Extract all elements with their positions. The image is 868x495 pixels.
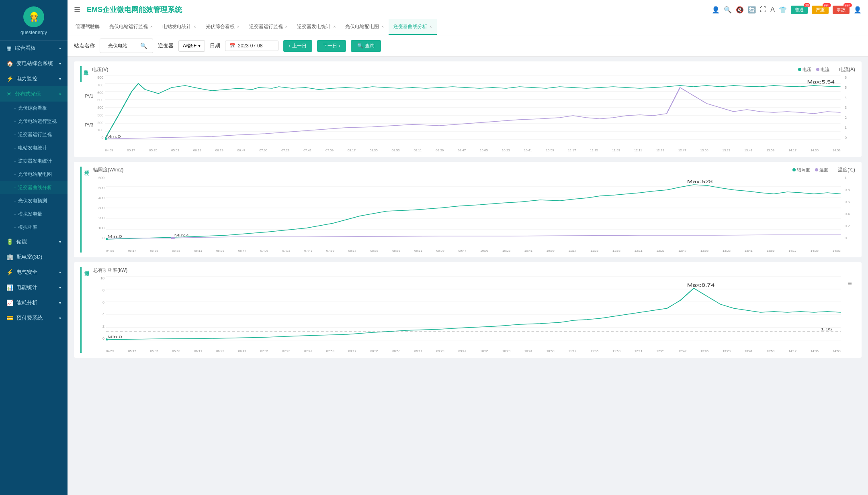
app-title: EMS企业微电网能效管理系统 (87, 5, 182, 14)
tab-label-station-gen-stats: 电站发电统计 (162, 23, 191, 30)
topbar: ☰ EMS企业微电网能效管理系统 👤 🔍 🔇 🔄 ⛶ A 👕 普通 38 严重 … (68, 0, 868, 19)
search-icon[interactable]: 🔍 (724, 6, 732, 14)
sidebar-logo: 👷 guestenergy (0, 0, 68, 41)
sidebar-item-storage[interactable]: 🔋 储能 ▾ (0, 234, 68, 249)
prev-day-btn[interactable]: ‹ 上一日 (283, 40, 312, 52)
user-icon[interactable]: 👤 (712, 6, 720, 14)
sidebar-item-electrical-safety[interactable]: ⚡ 电气安全 ▾ (0, 265, 68, 280)
svg-text:Max:5.54: Max:5.54 (807, 80, 835, 84)
station-label: 站点名称 (74, 42, 95, 49)
mute-icon[interactable]: 🔇 (736, 6, 744, 14)
tab-label-cockpit: 管理驾驶舱 (76, 23, 100, 30)
station-input-group: 🔍 (100, 39, 153, 53)
nav-tab-pv-station-monitor[interactable]: 光伏电站运行监视 × (104, 19, 158, 35)
hamburger-icon[interactable]: ☰ (74, 5, 80, 14)
profile-icon[interactable]: 👤 (854, 6, 862, 14)
env-x-axis: 04:5905:1705:3505:5306:1106:2906:4707:05… (106, 249, 841, 253)
tab-close-station-gen-stats[interactable]: × (194, 24, 196, 29)
sidebar-sub-inverter-monitor[interactable]: 逆变器运行监视 (0, 128, 68, 141)
query-btn[interactable]: 🔍 查询 (351, 40, 381, 52)
env-legend-temp: 温度 (815, 167, 828, 173)
avatar: 👷 (23, 6, 44, 27)
station-search-btn[interactable]: 🔍 (139, 41, 149, 51)
next-day-btn[interactable]: 下一日 › (317, 40, 346, 52)
font-icon[interactable]: A (770, 6, 775, 13)
ac-chart-more-btn[interactable]: ≡ (848, 279, 852, 288)
env-y-title: 辐照度(W/m2) (93, 167, 123, 173)
tab-close-inverter-monitor-tab[interactable]: × (285, 24, 288, 29)
menu-label-substation: 变电站综合系统 (16, 60, 53, 67)
tab-close-pv-wiring[interactable]: × (381, 24, 384, 29)
env-chart-svg: Max:528 Min:0 Min:4 (106, 176, 841, 240)
date-input[interactable] (238, 43, 274, 49)
menu-label-electrical-safety: 电气安全 (16, 269, 37, 276)
tab-close-pv-station-monitor[interactable]: × (150, 24, 153, 29)
dc-y-title-right: 电流(A) (839, 66, 855, 73)
nav-tab-inverter-gen-stats[interactable]: 逆变器发电统计 × (292, 19, 340, 35)
tab-close-pv-overview-tab[interactable]: × (237, 24, 240, 29)
sidebar-item-distributed[interactable]: ☀ 分布式光伏 ▾ (0, 86, 68, 102)
menu-label-power: 电力监控 (16, 75, 37, 82)
nav-tabs: 管理驾驶舱 光伏电站运行监视 × 电站发电统计 × 光伏综合看板 × 逆变器运行… (68, 19, 868, 35)
tab-label-inverter-curve-tab: 逆变器曲线分析 (393, 23, 427, 30)
pv3-label: PV3 (85, 122, 93, 127)
sidebar-sub-pv-forecast[interactable]: 光伏发电预测 (0, 194, 68, 208)
fullscreen-icon[interactable]: ⛶ (760, 6, 766, 13)
ac-y-axis: 1086420 (93, 276, 104, 340)
sidebar-item-overview[interactable]: ▦ 综合看板 ▾ (0, 41, 68, 56)
nav-tab-station-gen-stats[interactable]: 电站发电统计 × (158, 19, 201, 35)
topbar-icons: 👤 🔍 🔇 🔄 ⛶ A 👕 普通 38 严重 99+ 事故 99+ 👤 (712, 6, 862, 14)
refresh-icon[interactable]: 🔄 (748, 6, 756, 14)
nav-tab-pv-overview-tab[interactable]: 光伏综合看板 × (201, 19, 244, 35)
accident-badge-btn[interactable]: 事故 99+ (833, 6, 850, 14)
nav-tab-inverter-curve-tab[interactable]: 逆变器曲线分析 × (389, 19, 437, 35)
tab-label-inverter-gen-stats: 逆变器发电统计 (297, 23, 331, 30)
ac-chart-svg: 1.35 Max:8.74 Min:0 (106, 276, 841, 340)
env-y-title-right: 温度(℃) (838, 167, 855, 173)
tab-close-inverter-gen-stats[interactable]: × (333, 24, 336, 29)
sidebar-item-energy-stats[interactable]: 📊 电能统计 ▾ (0, 280, 68, 295)
prev-day-label: 上一日 (292, 43, 307, 49)
date-label: 日期 (210, 42, 220, 49)
env-legend-irr: 辐照度 (792, 167, 810, 173)
sidebar-item-energy-analysis[interactable]: 📈 能耗分析 ▾ (0, 295, 68, 310)
env-chart-card: 环境 辐照度(W/m2) 辐照度 温度 温度(℃) 60050040030020… (74, 162, 862, 257)
sidebar-sub-pv-monitor[interactable]: 光伏电站运行监视 (0, 115, 68, 128)
menu-icon-energy-stats: 📊 (6, 284, 13, 291)
env-chart-area: Max:528 Min:0 Min:4 (106, 176, 841, 240)
menu-icon-substation: 🏠 (6, 60, 13, 67)
sidebar-sub-inverter-stats[interactable]: 逆变器发电统计 (0, 155, 68, 168)
sidebar-sub-station-wiring[interactable]: 光伏电站配电图 (0, 168, 68, 181)
chevron-overview: ▾ (59, 46, 61, 51)
sidebar-item-substation[interactable]: 🏠 变电站综合系统 ▾ (0, 56, 68, 71)
nav-tab-pv-wiring[interactable]: 光伏电站配电图 × (340, 19, 389, 35)
normal-badge-count: 38 (804, 3, 810, 7)
station-input[interactable] (104, 41, 136, 51)
next-icon: › (339, 43, 340, 49)
nav-tab-inverter-monitor-tab[interactable]: 逆变器运行监视 × (244, 19, 293, 35)
shirt-icon[interactable]: 👕 (779, 6, 787, 14)
sidebar-item-power[interactable]: ⚡ 电力监控 ▾ (0, 71, 68, 86)
sidebar-sub-sim-power[interactable]: 模拟发电量 (0, 208, 68, 221)
normal-badge-btn[interactable]: 普通 38 (791, 6, 808, 14)
sidebar-item-switch3d[interactable]: 🏢 配电室(3D) (0, 249, 68, 265)
menu-icon-electrical-safety: ⚡ (6, 269, 13, 275)
tab-close-inverter-curve-tab[interactable]: × (430, 24, 432, 29)
severe-badge-btn[interactable]: 严重 99+ (812, 6, 829, 14)
menu-icon-distributed: ☀ (6, 91, 12, 97)
tab-label-pv-wiring: 光伏电站配电图 (345, 23, 379, 30)
inverter-select[interactable]: A楼5F ▾ (178, 40, 205, 52)
nav-tab-cockpit[interactable]: 管理驾驶舱 (71, 19, 104, 35)
menu-label-energy-analysis: 能耗分析 (16, 299, 37, 306)
menu-label-prepay: 预付费系统 (16, 314, 43, 322)
svg-text:Min:0: Min:0 (107, 335, 122, 339)
sidebar-sub-station-stats[interactable]: 电站发电统计 (0, 141, 68, 155)
sidebar-sub-inverter-curve[interactable]: 逆变器曲线分析 (0, 181, 68, 194)
severe-badge-label: 严重 (816, 7, 825, 12)
sidebar-item-prepay[interactable]: 💳 预付费系统 ▾ (0, 310, 68, 326)
sidebar-sub-pv-overview[interactable]: 光伏综合看板 (0, 102, 68, 115)
sub-label-pv-forecast: 光伏发电预测 (18, 198, 47, 204)
dc-legend-voltage: 电压 (798, 67, 811, 73)
svg-text:Max:8.74: Max:8.74 (687, 283, 715, 287)
sidebar-sub-sim-capacity[interactable]: 模拟功率 (0, 221, 68, 234)
